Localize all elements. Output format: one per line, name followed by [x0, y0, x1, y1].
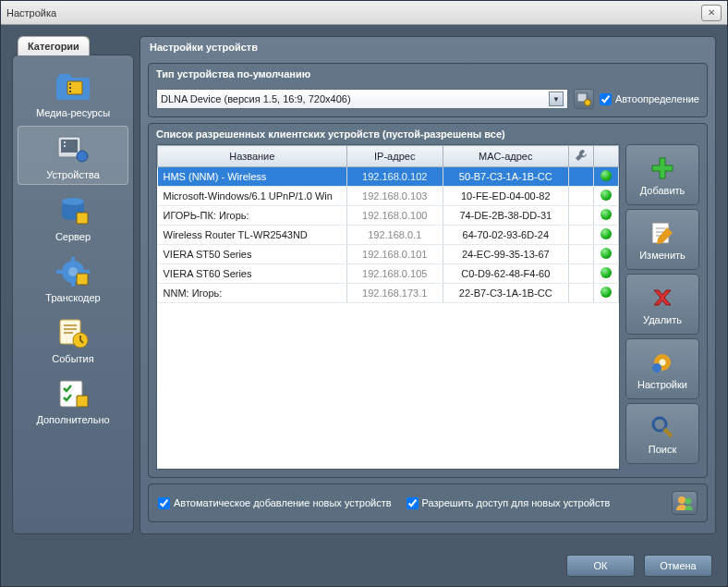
edit-icon [648, 219, 677, 247]
status-dot-icon [601, 248, 612, 259]
cell-name: HMS (NNM) - Wireless [158, 167, 347, 187]
delete-button[interactable]: Удалить [625, 274, 699, 335]
plus-icon [648, 154, 677, 182]
svg-rect-16 [84, 270, 90, 274]
device-table[interactable]: Название IP-адрес MAC-адрес [156, 144, 620, 470]
search-icon [648, 413, 677, 441]
category-media-resources[interactable]: Медиа-ресурсы [18, 65, 128, 122]
col-tools[interactable] [568, 146, 593, 167]
auto-add-checkbox[interactable]: Автоматическое добавление новых устройст… [158, 497, 392, 509]
bottom-options: Автоматическое добавление новых устройст… [148, 483, 708, 522]
category-transcoder[interactable]: Транскодер [18, 250, 128, 307]
cell-ip: 192.168.0.100 [346, 206, 443, 226]
cell-mac: 64-70-02-93-6D-24 [443, 226, 568, 245]
col-name[interactable]: Название [158, 146, 347, 167]
category-label: События [52, 353, 93, 364]
default-type-group: Тип устройства по-умолчанию DLNA Device … [148, 63, 708, 117]
titlebar: Настройка ✕ [1, 1, 727, 25]
svg-point-23 [584, 100, 590, 106]
svg-rect-21 [77, 396, 88, 407]
device-list-label: Список разрешенных клиентских устройств … [149, 124, 707, 144]
cell-ip: 192.168.173.1 [346, 284, 443, 303]
cancel-button[interactable]: Отмена [644, 555, 712, 577]
category-devices[interactable]: Устройства [18, 126, 128, 185]
cell-status [593, 245, 618, 264]
search-button[interactable]: Поиск [625, 403, 699, 464]
auto-add-input[interactable] [158, 497, 170, 509]
category-server[interactable]: Сервер [18, 189, 128, 246]
cell-mac: C0-D9-62-48-F4-60 [443, 264, 568, 284]
category-label: Сервер [55, 231, 91, 242]
device-picker-icon[interactable] [574, 89, 594, 109]
svg-rect-2 [69, 87, 71, 89]
svg-point-26 [660, 359, 666, 365]
cell-ip: 192.168.0.101 [346, 245, 443, 264]
col-status[interactable] [593, 146, 618, 167]
allow-new-checkbox[interactable]: Разрешить доступ для новых устройств [406, 497, 611, 509]
gear-transcoder-icon [53, 253, 93, 290]
edit-button[interactable]: Изменить [625, 209, 699, 270]
table-row[interactable]: NNM: Игорь:192.168.173.122-B7-C3-1A-1B-C… [158, 284, 619, 303]
category-events[interactable]: События [18, 311, 128, 368]
svg-point-29 [678, 496, 686, 504]
cell-ip: 192.168.0.102 [346, 167, 443, 187]
autodetect-input[interactable] [600, 93, 612, 105]
col-ip[interactable]: IP-адрес [346, 146, 443, 167]
allow-new-input[interactable] [406, 497, 419, 509]
cell-status [593, 226, 618, 245]
device-actions: Добавить Изменить Удалить [625, 144, 699, 470]
svg-rect-15 [56, 270, 62, 274]
default-type-combo[interactable]: DLNA Device (версия 1.5, 16:9, 720x406) … [156, 89, 568, 109]
cell-ip: 192.168.0.103 [346, 187, 443, 206]
cell-name: VIERA ST60 Series [158, 264, 347, 284]
cell-tools [568, 206, 593, 226]
table-row[interactable]: Wireless Router TL-WR2543ND192.168.0.164… [158, 226, 619, 245]
svg-rect-17 [77, 274, 88, 285]
folder-media-icon [53, 68, 93, 105]
chevron-down-icon[interactable]: ▼ [549, 92, 564, 106]
close-button[interactable]: ✕ [701, 5, 722, 21]
table-row[interactable]: ИГОРЬ-ПК: Игорь:192.168.0.10074-DE-2B-38… [158, 206, 619, 226]
cell-status [593, 284, 618, 303]
settings-button[interactable]: Настройки [625, 338, 699, 399]
cell-status [593, 187, 618, 206]
svg-rect-7 [64, 145, 66, 147]
cell-mac: 24-EC-99-35-13-67 [443, 245, 568, 264]
wrench-icon [575, 149, 588, 162]
table-row[interactable]: VIERA ST60 Series192.168.0.105C0-D9-62-4… [158, 264, 619, 284]
svg-rect-1 [69, 83, 71, 85]
categories-list: Медиа-ресурсы Устройства Сервер [12, 55, 134, 534]
table-row[interactable]: Microsoft-Windows/6.1 UPnP/1.0 Win192.16… [158, 187, 619, 206]
cell-status [593, 167, 618, 187]
cell-ip: 192.168.0.1 [346, 226, 443, 245]
svg-rect-3 [69, 91, 71, 92]
autodetect-checkbox[interactable]: Автоопределение [600, 93, 699, 105]
table-row[interactable]: VIERA ST50 Series192.168.0.10124-EC-99-3… [158, 245, 619, 264]
status-dot-icon [601, 190, 612, 201]
table-row[interactable]: HMS (NNM) - Wireless192.168.0.10250-B7-C… [158, 167, 619, 187]
events-icon [53, 314, 93, 351]
cell-mac: 22-B7-C3-1A-1B-CC [443, 284, 568, 303]
add-button[interactable]: Добавить [625, 144, 699, 205]
cell-mac: 50-B7-C3-1A-1B-CC [443, 167, 568, 187]
cell-mac: 74-DE-2B-38-DD-31 [443, 206, 568, 226]
cell-status [593, 206, 618, 226]
col-mac[interactable]: MAC-адрес [443, 146, 568, 167]
ok-button[interactable]: ОК [566, 555, 635, 577]
category-label: Транскодер [45, 292, 100, 303]
category-label: Медиа-ресурсы [36, 107, 110, 118]
status-dot-icon [601, 228, 612, 239]
category-label: Устройства [46, 169, 100, 180]
svg-point-8 [77, 151, 88, 162]
cell-ip: 192.168.0.105 [346, 264, 443, 284]
device-list-group: Список разрешенных клиентских устройств … [148, 123, 708, 478]
category-additional[interactable]: Дополнительно [18, 372, 128, 429]
categories-panel: Категории Медиа-ресурсы Устройства [12, 36, 134, 534]
users-icon[interactable] [672, 491, 698, 515]
cell-tools [568, 264, 593, 284]
cell-tools [568, 187, 593, 206]
cell-tools [568, 167, 593, 187]
svg-point-30 [686, 498, 692, 505]
svg-rect-6 [64, 141, 66, 143]
settings-window: Настройка ✕ Категории Медиа-ресурсы Устр… [0, 0, 728, 587]
